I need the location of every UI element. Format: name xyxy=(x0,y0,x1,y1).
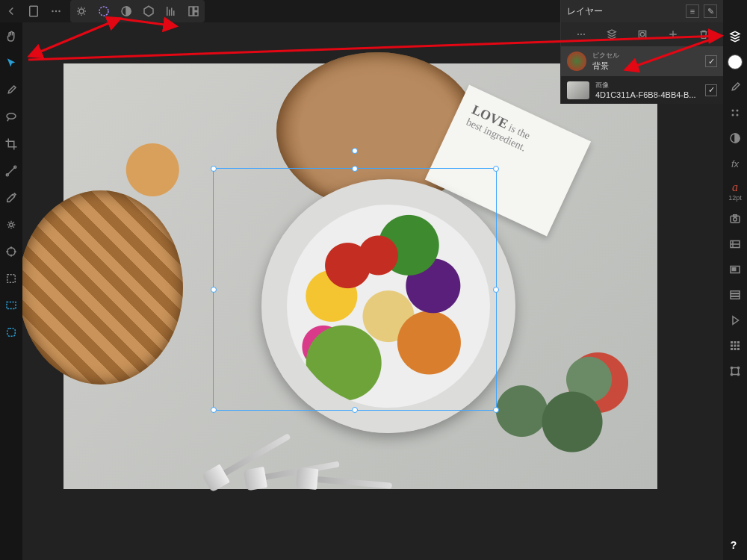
svg-rect-16 xyxy=(7,302,16,309)
svg-rect-42 xyxy=(737,345,740,347)
layer-mask-button[interactable] xyxy=(634,26,651,43)
layer-name-label: 背景 xyxy=(592,60,699,72)
channels-studio-button[interactable] xyxy=(727,287,743,303)
lasso-tool[interactable] xyxy=(3,109,19,125)
layer-name-label: 4D1C311A-F6B8-4BB4-B... xyxy=(595,90,699,99)
back-button[interactable] xyxy=(0,0,22,22)
svg-rect-35 xyxy=(731,294,740,296)
clone-tool[interactable] xyxy=(3,217,19,233)
svg-point-47 xyxy=(731,367,732,368)
color-studio-button[interactable] xyxy=(727,54,743,70)
liquify-persona-button[interactable] xyxy=(93,0,115,22)
layer-row[interactable]: 画像 4D1C311A-F6B8-4BB4-B... ✓ xyxy=(561,76,723,104)
help-button[interactable]: ? xyxy=(726,539,741,554)
layer-thumbnail xyxy=(567,52,586,71)
svg-point-13 xyxy=(10,223,13,227)
svg-point-26 xyxy=(737,114,739,116)
svg-rect-39 xyxy=(737,341,740,343)
brush-studio-button[interactable] xyxy=(727,79,743,96)
macros-studio-button[interactable] xyxy=(727,312,743,329)
handle-w[interactable] xyxy=(211,287,217,293)
stock-studio-button[interactable] xyxy=(727,211,743,227)
svg-rect-45 xyxy=(737,348,740,350)
handle-sw[interactable] xyxy=(211,407,217,413)
svg-rect-37 xyxy=(731,341,733,343)
transform-studio-button[interactable] xyxy=(727,363,743,379)
ellipse-select-tool[interactable] xyxy=(3,324,19,340)
eyedropper-tool[interactable] xyxy=(3,190,19,206)
color-swatch-icon xyxy=(728,55,743,69)
svg-point-25 xyxy=(732,114,734,116)
layer-row[interactable]: ピクセル 背景 ✓ xyxy=(561,46,723,76)
layer-visibility-checkbox[interactable]: ✓ xyxy=(705,84,717,96)
svg-point-4 xyxy=(79,9,84,13)
layers-studio-button[interactable] xyxy=(727,28,743,45)
layer-delete-button[interactable] xyxy=(695,26,712,43)
svg-rect-8 xyxy=(194,7,198,10)
hand-tool[interactable] xyxy=(3,28,19,45)
grid-studio-button[interactable] xyxy=(727,337,743,354)
selection-bounds[interactable] xyxy=(213,168,497,411)
handle-se[interactable] xyxy=(493,407,499,413)
svg-rect-40 xyxy=(731,345,733,347)
svg-rect-7 xyxy=(189,7,193,16)
svg-rect-36 xyxy=(731,296,740,299)
layer-blend-button[interactable] xyxy=(604,26,620,43)
navigator-studio-button[interactable] xyxy=(727,261,743,278)
handle-n[interactable] xyxy=(352,166,358,172)
svg-rect-38 xyxy=(734,341,737,343)
develop-persona-button[interactable] xyxy=(115,0,137,22)
pie-graphic xyxy=(22,190,183,385)
photo-persona-button[interactable] xyxy=(70,0,93,22)
marquee-tool[interactable] xyxy=(3,270,19,287)
swatches-studio-button[interactable] xyxy=(727,105,743,121)
layer-add-button[interactable] xyxy=(665,26,681,43)
crop-tool[interactable] xyxy=(3,136,19,152)
layer-type-label: ピクセル xyxy=(592,51,699,60)
svg-point-22 xyxy=(640,32,644,36)
svg-rect-44 xyxy=(734,348,737,350)
svg-point-10 xyxy=(7,113,16,119)
svg-rect-41 xyxy=(734,345,737,347)
svg-point-5 xyxy=(99,7,108,16)
brush-tool[interactable] xyxy=(3,82,19,99)
text-studio-button[interactable]: a12pt xyxy=(727,181,743,202)
histogram-studio-button[interactable] xyxy=(727,236,743,252)
layers-pin-button[interactable]: ✎ xyxy=(704,4,717,18)
svg-rect-46 xyxy=(732,368,739,375)
rectangle-select-tool[interactable] xyxy=(3,297,19,314)
svg-point-50 xyxy=(737,373,739,375)
adjustments-studio-button[interactable] xyxy=(727,130,743,146)
svg-rect-17 xyxy=(7,329,16,337)
svg-rect-9 xyxy=(194,12,198,16)
layers-list-view-button[interactable]: ≡ xyxy=(686,4,699,18)
svg-point-18 xyxy=(577,34,578,35)
handle-e[interactable] xyxy=(493,287,499,293)
layer-type-label: 画像 xyxy=(595,81,699,90)
handle-nw[interactable] xyxy=(211,166,217,172)
move-tool[interactable] xyxy=(3,55,19,72)
layer-options-button[interactable] xyxy=(573,26,589,43)
more-menu-button[interactable] xyxy=(45,0,67,22)
svg-rect-43 xyxy=(731,348,733,350)
target-tool[interactable] xyxy=(3,243,19,260)
layers-panel: レイヤー ≡ ✎ ピクセル 背景 ✓ 画像 4D1C311A-F6B8-4BB4… xyxy=(560,0,723,104)
svg-rect-15 xyxy=(7,275,16,283)
layers-panel-title: レイヤー xyxy=(567,5,603,18)
slices-persona-button[interactable] xyxy=(182,0,205,22)
svg-point-1 xyxy=(52,10,53,12)
handle-s[interactable] xyxy=(352,407,358,413)
gradient-tool[interactable] xyxy=(3,163,19,179)
svg-point-24 xyxy=(737,110,739,112)
handle-ne[interactable] xyxy=(493,166,499,172)
layer-visibility-checkbox[interactable]: ✓ xyxy=(705,55,717,67)
svg-point-19 xyxy=(580,34,581,35)
svg-point-48 xyxy=(737,367,739,368)
svg-rect-34 xyxy=(731,291,740,293)
tone-mapping-persona-button[interactable] xyxy=(137,0,160,22)
export-persona-button[interactable] xyxy=(160,0,182,22)
document-button[interactable] xyxy=(22,0,45,22)
svg-point-49 xyxy=(731,373,732,375)
effects-studio-button[interactable]: fx xyxy=(727,155,743,172)
handle-rotate[interactable] xyxy=(352,148,358,154)
